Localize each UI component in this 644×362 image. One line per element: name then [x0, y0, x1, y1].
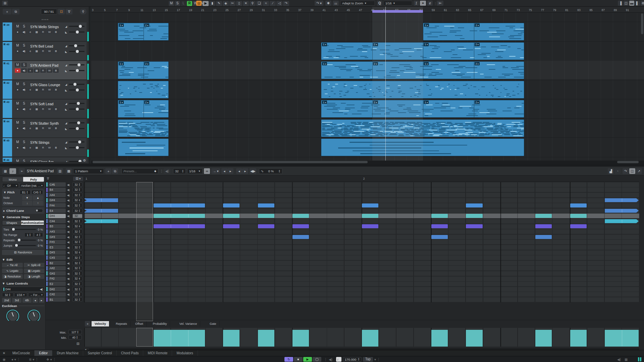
nudge-left-button[interactable]: ◂ — [236, 168, 242, 174]
lane-step-count[interactable]: 32 ▲▼ — [72, 224, 83, 229]
pitch-low-stepper[interactable]: B1▲▼ — [20, 190, 31, 194]
instrument-icon[interactable]: ▦ — [34, 30, 40, 34]
step-note[interactable] — [85, 198, 118, 202]
zone-separator[interactable] — [0, 164, 644, 167]
automation-button-l[interactable]: L — [181, 1, 186, 6]
midi-clip[interactable] — [118, 119, 169, 137]
lane-step-count[interactable]: 32 ▲▼ — [72, 188, 83, 192]
step-note[interactable] — [535, 224, 552, 228]
euclidean-rotation-knob[interactable] — [28, 310, 40, 321]
record-enable-button[interactable]: ● — [15, 68, 20, 73]
grid-resolution-select[interactable]: 1/16▼ — [187, 168, 203, 174]
glue-tool[interactable]: ▯ — [236, 1, 242, 6]
midi-clip[interactable]: 1 ▾2 ▾ — [118, 23, 169, 41]
lane-step-count[interactable]: 32 ▲▼ — [72, 229, 83, 234]
record-enable-button[interactable]: ● — [15, 88, 20, 92]
close-lower-zone-icon[interactable]: ✕ — [0, 351, 8, 355]
audition-speaker-icon[interactable]: ◀) — [164, 168, 170, 174]
lane-speaker-icon[interactable]: ◀) — [67, 256, 70, 259]
zone-button-right-zone[interactable]: ▌ — [635, 1, 640, 6]
parameter-tab-gate[interactable]: Gate — [207, 321, 220, 326]
piano-icon[interactable]: ▥ — [57, 168, 63, 174]
common-record-mode-icon[interactable]: ● ▾ ⋮ — [11, 358, 20, 361]
track-row[interactable]: ▦41MSSYN Ambient Pad◢●◀)e▦RW≣◣ — [3, 61, 87, 80]
lane-step-count[interactable]: 32 ▲▼ — [72, 214, 83, 218]
iterative-quantize-icon[interactable]: ✦ — [420, 1, 426, 6]
write-button[interactable]: W — [47, 68, 52, 73]
jumps-slider[interactable] — [14, 245, 36, 246]
write-button[interactable]: W — [47, 107, 52, 111]
zone-button-left-zone[interactable]: ▐ — [618, 1, 623, 6]
rotate-right-button[interactable]: ▸ — [39, 298, 44, 303]
lane-speaker-icon[interactable]: ◀) — [67, 236, 70, 239]
generate-steps-header[interactable]: ▼ Generate Steps — [2, 215, 44, 219]
offbeat-4th-button[interactable]: 4th — [22, 298, 32, 303]
pan-thumb[interactable] — [76, 50, 79, 53]
step-note[interactable] — [154, 214, 205, 218]
tab-mixconsole[interactable]: MixConsole — [8, 350, 35, 356]
lane-step-cells[interactable] — [84, 250, 639, 255]
lane-name[interactable]: E4 — [48, 208, 66, 213]
lane-step-count[interactable]: 32 ▲▼ — [72, 245, 83, 249]
lane-step-cells[interactable] — [84, 287, 639, 292]
lane-name[interactable]: F#2 — [48, 277, 66, 281]
tie-range-min-stepper[interactable]: 1▲▼ — [24, 233, 33, 237]
tab-drum-machine[interactable]: Drum Machine — [52, 350, 83, 356]
tempo-mode-select[interactable]: ▾ ⋮ — [374, 358, 380, 361]
line-tool[interactable]: ∕ — [270, 1, 276, 6]
step-note[interactable] — [258, 224, 274, 228]
arrange-h-scroll-thumb[interactable] — [93, 161, 368, 163]
tab-modulators[interactable]: Modulators — [172, 350, 198, 356]
volume-slider[interactable] — [69, 64, 85, 65]
step-note[interactable] — [431, 214, 448, 218]
pan-slider[interactable] — [69, 109, 85, 110]
lane-direction-select[interactable]: → For…▼ — [28, 293, 44, 297]
zone-button-lower-left-zone[interactable]: ◫ — [624, 1, 629, 6]
lane-name[interactable]: G#2 — [48, 271, 66, 276]
solo-button[interactable]: S — [21, 63, 27, 67]
euclidean-pulses-knob[interactable] — [7, 310, 18, 321]
time-warp-tool[interactable]: ≈ — [263, 1, 269, 6]
lane-name[interactable]: B4 — [48, 188, 66, 192]
lane-step-cells[interactable] — [84, 245, 639, 250]
step-note[interactable] — [466, 224, 482, 228]
lane-name[interactable]: C#3 — [48, 255, 66, 260]
record-enable-button[interactable]: ● — [15, 145, 20, 150]
step-note[interactable] — [85, 209, 118, 213]
lane-name[interactable]: D#3 — [48, 250, 66, 255]
lane-step-cells[interactable] — [84, 282, 639, 286]
lane-speaker-icon[interactable]: ◀) — [67, 262, 70, 265]
lane-step-count[interactable]: 32 ▲▼ — [72, 235, 83, 239]
step-note[interactable] — [605, 219, 639, 223]
edit-channel-button[interactable]: e — [28, 126, 33, 131]
channel-strip-icon[interactable]: ≣ — [53, 145, 59, 150]
volume-thumb[interactable] — [77, 121, 80, 124]
lane-step-count[interactable]: 32 ▲▼ — [72, 193, 83, 197]
object-selection-tool[interactable]: ▶ — [203, 1, 209, 6]
track-row[interactable]: ▦42MSSYN Glass Lounge◢●◀)e▦RW≣◣ — [3, 80, 87, 99]
lane-step-cells[interactable] — [84, 277, 639, 281]
pan-slider[interactable] — [69, 147, 85, 148]
lane-step-count[interactable]: 32 ▲▼ — [72, 203, 83, 207]
step-note[interactable] — [258, 214, 274, 218]
channel-strip-icon[interactable]: ≣ — [53, 126, 59, 131]
volume-thumb[interactable] — [77, 102, 80, 105]
volume-thumb[interactable] — [79, 25, 82, 28]
pan-slider[interactable] — [69, 70, 85, 71]
legato-delete-button[interactable]: ▦ Legato — [24, 268, 45, 273]
erase-tool[interactable]: ◈ — [223, 1, 229, 6]
mute-button[interactable]: M — [15, 140, 20, 144]
tab-randomization[interactable]: Randomization — [21, 221, 44, 225]
pitch-high-stepper[interactable]: C#5▲▼ — [32, 190, 43, 194]
volume-slider[interactable] — [69, 26, 85, 27]
lane-step-cells[interactable] — [84, 240, 639, 244]
parameter-tab-vel-variance[interactable]: Vel. Variance — [176, 321, 200, 326]
track-row[interactable]: ▦43MSSYN Soft Lead◢●◀)e▦RW≣◣ — [3, 100, 87, 118]
velocity-max-stepper[interactable]: 127 ▲▼ — [68, 330, 82, 334]
read-button[interactable]: R — [40, 88, 46, 92]
randomize-button[interactable]: ⚄ Randomize — [2, 250, 44, 255]
edit-channel-button[interactable]: e — [28, 107, 33, 111]
solo-button[interactable]: S — [21, 121, 27, 125]
velocity-bar[interactable] — [292, 330, 309, 347]
lane-name[interactable]: C#2 — [48, 292, 66, 297]
